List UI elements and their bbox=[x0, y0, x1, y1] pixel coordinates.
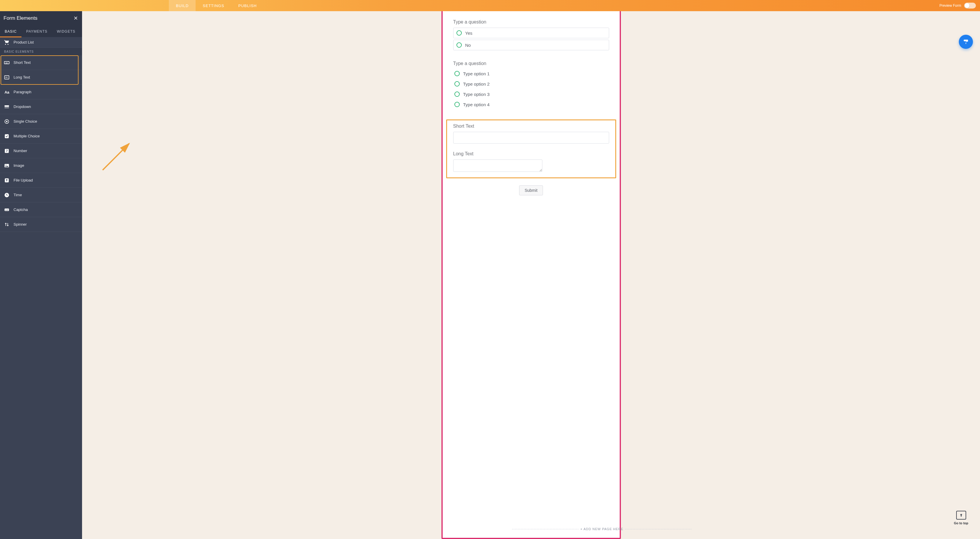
sidebar-item-single-choice[interactable]: Single Choice bbox=[0, 114, 82, 129]
option-text: Type option 4 bbox=[463, 102, 490, 107]
sidebar-tab-payments[interactable]: PAYMENTS bbox=[21, 25, 52, 37]
sidebar-item-captcha[interactable]: 1C8 Captcha bbox=[0, 203, 82, 217]
svg-text:Aa: Aa bbox=[5, 90, 10, 94]
svg-rect-7 bbox=[5, 107, 9, 108]
sidebar-item-time[interactable]: Time bbox=[0, 188, 82, 203]
sidebar-item-label: File Upload bbox=[14, 178, 33, 182]
single-choice-icon bbox=[0, 118, 14, 124]
add-page-label: + ADD NEW PAGE HERE bbox=[580, 527, 623, 531]
sidebar-item-long-text[interactable]: AB| Long Text bbox=[0, 70, 82, 85]
sidebar-item-multiple-choice[interactable]: Multiple Choice bbox=[0, 129, 82, 144]
paint-roller-icon bbox=[963, 38, 969, 45]
sidebar-item-product-list[interactable]: Product List bbox=[0, 37, 82, 48]
sidebar-item-spinner[interactable]: Spinner bbox=[0, 217, 82, 232]
option-text: Yes bbox=[465, 30, 473, 36]
sidebar-item-label: Captcha bbox=[14, 207, 28, 212]
sidebar: Form Elements ✕ BASIC PAYMENTS WIDGETS P… bbox=[0, 11, 82, 539]
sidebar-item-number[interactable]: 7 Number bbox=[0, 144, 82, 158]
number-icon: 7 bbox=[0, 148, 14, 154]
sidebar-header: Form Elements ✕ bbox=[0, 11, 82, 25]
short-text-icon: AB bbox=[0, 60, 14, 65]
sidebar-element-list[interactable]: Product List BASIC ELEMENTS AB Short Tex… bbox=[0, 37, 82, 539]
question-label[interactable]: Type a question bbox=[453, 61, 609, 66]
radio-icon bbox=[457, 42, 462, 48]
toggle-knob bbox=[965, 3, 969, 8]
close-icon[interactable]: ✕ bbox=[73, 15, 78, 21]
sidebar-item-file-upload[interactable]: File Upload bbox=[0, 173, 82, 188]
sidebar-item-label: Single Choice bbox=[14, 119, 37, 124]
arrow-up-icon bbox=[956, 511, 966, 520]
tab-settings[interactable]: SETTINGS bbox=[196, 0, 231, 11]
form-card: Type a question Yes No Type a question T… bbox=[441, 11, 621, 539]
sidebar-item-short-text[interactable]: AB Short Text bbox=[0, 55, 82, 70]
spinner-icon bbox=[0, 222, 14, 227]
sidebar-item-label: Number bbox=[14, 148, 27, 153]
svg-point-9 bbox=[6, 121, 8, 122]
add-new-page-button[interactable]: + ADD NEW PAGE HERE bbox=[512, 527, 692, 531]
long-text-icon: AB| bbox=[0, 75, 14, 80]
highlighted-fields-group: Short Text Long Text bbox=[453, 120, 609, 178]
app-header: BUILD SETTINGS PUBLISH Preview Form bbox=[0, 0, 980, 11]
radio-icon bbox=[454, 91, 460, 97]
svg-rect-6 bbox=[5, 105, 9, 107]
submit-button[interactable]: Submit bbox=[519, 185, 543, 195]
header-right: Preview Form bbox=[939, 0, 980, 11]
dropdown-icon bbox=[0, 104, 14, 110]
svg-text:1C8: 1C8 bbox=[5, 209, 8, 210]
question-block-1: Type a question Yes No bbox=[453, 19, 609, 50]
radio-icon bbox=[454, 71, 460, 76]
sidebar-item-label: Dropdown bbox=[14, 104, 31, 109]
multiple-choice-icon bbox=[0, 133, 14, 139]
sidebar-title: Form Elements bbox=[3, 15, 37, 21]
tab-publish[interactable]: PUBLISH bbox=[231, 0, 264, 11]
long-text-label[interactable]: Long Text bbox=[453, 151, 609, 156]
form-designer-fab[interactable] bbox=[959, 35, 973, 49]
sidebar-item-label: Spinner bbox=[14, 222, 27, 226]
sidebar-item-image[interactable]: Image bbox=[0, 158, 82, 173]
radio-icon bbox=[457, 30, 462, 36]
sidebar-item-dropdown[interactable]: Dropdown bbox=[0, 99, 82, 114]
cart-icon bbox=[0, 40, 14, 45]
option-row[interactable]: Type option 3 bbox=[453, 90, 609, 99]
svg-text:AB|: AB| bbox=[5, 76, 8, 78]
preview-form-label: Preview Form bbox=[939, 3, 961, 8]
file-upload-icon bbox=[0, 177, 14, 183]
submit-wrap: Submit bbox=[453, 185, 609, 195]
svg-text:7: 7 bbox=[6, 150, 8, 153]
short-text-input[interactable] bbox=[453, 132, 609, 144]
radio-icon bbox=[454, 102, 460, 107]
option-row[interactable]: Type option 4 bbox=[453, 100, 609, 109]
short-text-block: Short Text bbox=[453, 124, 609, 144]
preview-form-toggle[interactable] bbox=[964, 3, 976, 8]
sidebar-item-label: Short Text bbox=[14, 60, 30, 65]
option-row[interactable]: Type option 1 bbox=[453, 69, 609, 78]
option-text: Type option 2 bbox=[463, 81, 490, 86]
question-block-2: Type a question Type option 1 Type optio… bbox=[453, 61, 609, 109]
form-canvas[interactable]: Type a question Yes No Type a question T… bbox=[82, 11, 980, 539]
option-text: Type option 1 bbox=[463, 71, 490, 76]
header-tabs: BUILD SETTINGS PUBLISH bbox=[169, 0, 264, 11]
long-text-block: Long Text bbox=[453, 151, 609, 173]
sidebar-item-label: Multiple Choice bbox=[14, 134, 40, 138]
question-label[interactable]: Type a question bbox=[453, 19, 609, 25]
tab-build[interactable]: BUILD bbox=[169, 0, 196, 11]
option-row[interactable]: Type option 2 bbox=[453, 80, 609, 88]
captcha-icon: 1C8 bbox=[0, 207, 14, 213]
sidebar-section-heading: BASIC ELEMENTS bbox=[0, 48, 82, 55]
option-text: No bbox=[465, 43, 471, 48]
short-text-label[interactable]: Short Text bbox=[453, 124, 609, 129]
long-text-input[interactable] bbox=[453, 159, 542, 172]
paragraph-icon: Aa bbox=[0, 89, 14, 95]
option-no[interactable]: No bbox=[453, 40, 609, 50]
option-text: Type option 3 bbox=[463, 92, 490, 97]
svg-text:AB: AB bbox=[5, 62, 8, 64]
image-icon bbox=[0, 163, 14, 169]
sidebar-item-label: Paragraph bbox=[14, 90, 32, 94]
sidebar-tabs: BASIC PAYMENTS WIDGETS bbox=[0, 25, 82, 37]
option-yes[interactable]: Yes bbox=[453, 28, 609, 38]
go-to-top-button[interactable]: Go to top bbox=[954, 511, 968, 525]
svg-rect-10 bbox=[5, 134, 8, 138]
sidebar-tab-basic[interactable]: BASIC bbox=[0, 25, 21, 37]
sidebar-item-paragraph[interactable]: Aa Paragraph bbox=[0, 85, 82, 99]
sidebar-tab-widgets[interactable]: WIDGETS bbox=[52, 25, 80, 37]
